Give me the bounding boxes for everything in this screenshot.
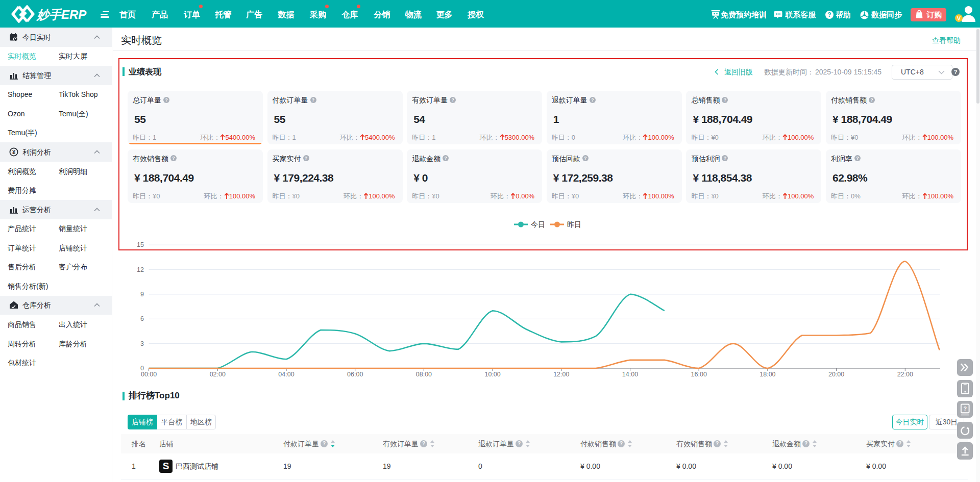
svg-text:9: 9 [140, 291, 144, 298]
svg-text:0: 0 [140, 365, 144, 372]
svg-text:3: 3 [140, 340, 144, 347]
svg-text:00:00: 00:00 [141, 371, 157, 378]
svg-text:18:00: 18:00 [760, 371, 775, 378]
svg-text:10:00: 10:00 [484, 371, 500, 378]
svg-text:6: 6 [140, 315, 144, 322]
svg-text:04:00: 04:00 [278, 371, 294, 378]
svg-text:14:00: 14:00 [622, 371, 638, 378]
svg-text:08:00: 08:00 [416, 371, 432, 378]
svg-text:06:00: 06:00 [347, 371, 363, 378]
svg-text:22:00: 22:00 [897, 371, 913, 378]
svg-text:12:00: 12:00 [553, 371, 569, 378]
svg-text:12: 12 [137, 266, 144, 273]
svg-text:20:00: 20:00 [828, 371, 844, 378]
svg-text:16:00: 16:00 [691, 371, 707, 378]
svg-text:¥: ¥ [12, 149, 16, 155]
svg-text:?: ? [963, 405, 967, 412]
svg-text:V: V [957, 15, 961, 21]
svg-text:02:00: 02:00 [210, 371, 226, 378]
